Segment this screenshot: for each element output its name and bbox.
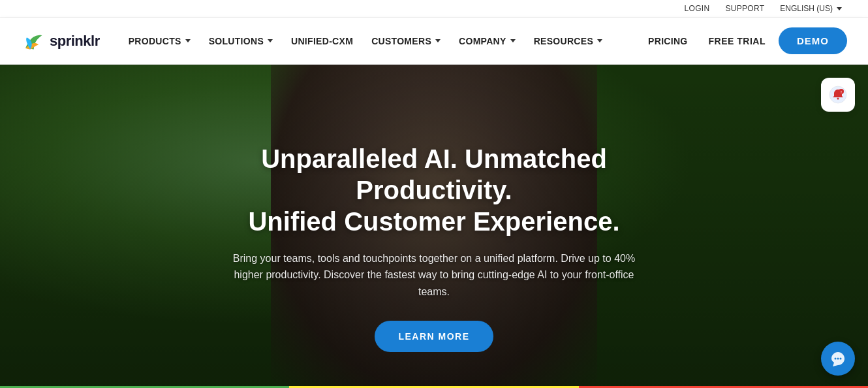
bell-icon: !	[829, 86, 847, 104]
nav-resources[interactable]: RESOURCES	[526, 31, 610, 52]
chevron-down-icon	[268, 39, 273, 42]
nav-products[interactable]: PRODUCTS	[121, 31, 198, 52]
nav-pricing[interactable]: PRICING	[640, 31, 695, 52]
logo-text: sprinklr	[50, 33, 100, 50]
svg-point-6	[840, 358, 842, 360]
chevron-down-icon	[597, 39, 602, 42]
hero-subtitle: Bring your teams, tools and touchpoints …	[232, 250, 636, 300]
free-trial-link[interactable]: FREE TRIAL	[706, 31, 768, 52]
nav-solutions[interactable]: SOLUTIONS	[201, 31, 281, 52]
language-selector[interactable]: ENGLISH (US)	[780, 4, 842, 13]
chevron-down-icon	[435, 39, 441, 42]
hero-title: Unparalleled AI. Unmatched Productivity.…	[206, 143, 662, 237]
svg-point-4	[835, 358, 837, 360]
logo-icon	[21, 29, 44, 53]
chevron-down-icon	[837, 7, 842, 10]
alert-widget[interactable]: !	[821, 78, 855, 112]
chat-widget-button[interactable]	[821, 342, 855, 376]
chevron-down-icon	[510, 39, 516, 42]
logo-link[interactable]: sprinklr	[21, 29, 100, 53]
svg-point-1	[837, 98, 839, 100]
nav-customers[interactable]: CUSTOMERS	[364, 31, 448, 52]
login-link[interactable]: LOGIN	[685, 4, 710, 13]
nav-left: PRODUCTS SOLUTIONS UNIFIED-CXM CUSTOMERS…	[121, 31, 640, 52]
svg-point-5	[837, 358, 839, 360]
nav-company[interactable]: COMPANY	[451, 31, 523, 52]
hero-section: Unparalleled AI. Unmatched Productivity.…	[0, 65, 868, 388]
nav-right: PRICING FREE TRIAL DEMO	[640, 27, 847, 54]
language-label: ENGLISH (US)	[780, 4, 833, 13]
hero-content: Unparalleled AI. Unmatched Productivity.…	[179, 143, 689, 353]
top-utility-bar: LOGIN SUPPORT ENGLISH (US)	[0, 0, 868, 18]
svg-text:!: !	[841, 90, 842, 94]
chat-icon	[829, 349, 847, 368]
main-navbar: sprinklr PRODUCTS SOLUTIONS UNIFIED-CXM …	[0, 18, 868, 65]
learn-more-button[interactable]: LEARN MORE	[375, 321, 493, 352]
demo-button[interactable]: DEMO	[779, 27, 847, 54]
nav-unified-cxm[interactable]: UNIFIED-CXM	[283, 31, 361, 52]
chevron-down-icon	[185, 39, 191, 42]
support-link[interactable]: SUPPORT	[725, 4, 764, 13]
